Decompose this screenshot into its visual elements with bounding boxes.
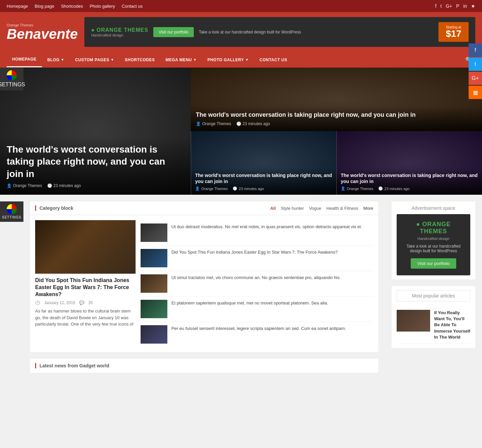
custom-pages-dropdown-arrow: ▼ [110,58,114,62]
hero-main-overlay: The world's worst conversation is taking… [0,137,191,195]
top-nav-photo-gallery[interactable]: Photo gallery [90,4,115,9]
list-item[interactable]: Et platonem sapientem qualisque mel, mei… [141,296,373,322]
googleplus-social-button[interactable]: G+ [469,72,482,85]
featured-comments-icon: 💬 [79,300,84,305]
tab-health-fitness[interactable]: Health & Fitness [326,206,358,211]
hero-bottom-1-title: The world's worst conversation is taking… [195,172,332,184]
list-item[interactable]: Per eu fuisset senserit interesset, lege… [141,322,373,347]
article-text-2: Did You Spot This Fun Indiana Jones East… [171,249,338,267]
photo-gallery-dropdown-arrow: ▼ [245,58,249,62]
article-thumb-5 [141,325,167,344]
nav-shortcodes[interactable]: SHORTCODES [119,53,160,67]
top-nav-contact-us[interactable]: Contact us [122,4,143,9]
nav-mega-menu[interactable]: MEGA MENU ▼ [160,53,202,67]
banner-visit-portfolio-button[interactable]: Visit our portfolio [153,27,194,37]
article-thumb-1 [141,223,167,242]
article-thumb-3 [141,274,167,293]
nav-blog[interactable]: BLOG ▼ [42,53,70,67]
featured-article-meta: 🕐 January 12, 2015 💬 35 [35,300,136,305]
sidebar: Advertisement space ● ORANGE THEMES Hand… [385,195,482,379]
settings-icon-2 [7,204,17,214]
main-content: Category block All Style hunter Vogue He… [23,195,385,379]
linkedin-icon[interactable]: in [463,3,467,9]
featured-excerpt: As far as hammer blows to the cultural b… [35,308,136,328]
logo-title[interactable]: Benavente [7,27,78,41]
hero-bottom-1-time: 🕐 23 minutes ago [233,186,264,191]
popular-title-1: If You Really Want To, You'll Be Able To… [434,310,470,340]
nav-contact-us[interactable]: CONTACT US [254,53,293,67]
category-block-header: Category block All Style hunter Vogue He… [30,201,378,215]
nav-custom-pages[interactable]: CUSTOM PAGES ▼ [70,53,119,67]
twitter-icon[interactable]: t [440,3,442,9]
top-nav-blog[interactable]: Blog page [35,4,55,9]
rss-icon[interactable]: ★ [471,3,475,9]
googleplus-icon[interactable]: G+ [446,3,452,9]
category-tabs: All Style hunter Vogue Health & Fitness … [270,206,373,211]
logo-subtitle: Orange Themes [7,23,78,27]
hero-main-article[interactable]: The world's worst conversation is taking… [0,68,191,195]
featured-date: January 12, 2015 [44,300,75,305]
social-sidebar: f t G+ ▩ [469,43,482,99]
pinterest-icon[interactable]: P [456,3,459,9]
hero-bottom-1-meta: 👤 Orange Themes 🕐 23 minutes ago [195,186,332,191]
most-popular-title: Most popular articles [397,290,470,301]
hero-main-time: 🕐 23 minutes ago [47,183,81,188]
top-nav-homepage[interactable]: Homepage [7,4,28,9]
hero-bottom-2-time: 🕐 23 minutes ago [378,186,409,191]
latest-news-block: Latest news from Gadget world [30,359,378,373]
hero-top-time: 🕐 23 minutes ago [236,121,270,126]
hero-section: SETTINGS The world's worst conversation … [0,68,482,195]
article-text-5: Per eu fuisset senserit interesset, lege… [171,325,346,344]
featured-article[interactable]: Did You Spot This Fun Indiana Jones East… [35,220,136,347]
site-header: Orange Themes Benavente ● ORANGE THEMES … [0,12,482,52]
hero-bottom-article-1[interactable]: The world's worst conversation is taking… [191,131,336,195]
tab-all[interactable]: All [270,206,276,211]
top-nav-social-icons: f t G+ P in ★ [435,3,475,9]
hero-top-meta: 👤 Orange Themes 🕐 23 minutes ago [196,121,477,126]
top-nav-shortcodes[interactable]: Shortcodes [61,4,83,9]
banner-logo-title: ● ORANGE THEMES [91,27,148,33]
hero-top-article[interactable]: The world's worst conversation is taking… [191,68,482,131]
list-item[interactable]: Did You Spot This Fun Indiana Jones East… [141,246,373,271]
popular-thumb-1 [397,310,430,332]
ad-banner-subtitle: Handcrafted design [403,237,464,241]
list-item[interactable]: Ut simul tractatos mel, vis choro commun… [141,271,373,296]
most-popular-block: Most popular articles If You Really Want… [392,286,475,348]
facebook-social-button[interactable]: f [469,43,482,57]
article-thumb-2 [141,249,167,267]
ad-space-title: Advertisement space [397,205,470,211]
popular-item[interactable]: If You Really Want To, You'll Be Able To… [397,306,470,344]
nav-photo-gallery[interactable]: PHOTO GALLERY ▼ [202,53,254,67]
tab-more-dropdown[interactable]: More [363,206,373,211]
rss-social-button[interactable]: ▩ [469,86,482,99]
hero-bottom-article-2[interactable]: The world's worst conversation is taking… [336,131,482,195]
advertisement-space: Advertisement space ● ORANGE THEMES Hand… [392,201,475,279]
blog-dropdown-arrow: ▼ [61,58,64,62]
tab-style-hunter[interactable]: Style hunter [281,206,304,211]
nav-homepage[interactable]: HOMEPAGE [7,52,42,67]
hero-bottom-1-author: 👤 Orange Themes [195,186,228,191]
ad-banner: ● ORANGE THEMES Handcrafted design Take … [397,214,470,275]
category-block: Category block All Style hunter Vogue He… [30,201,378,352]
settings-label-2: SETTINGS [2,215,21,219]
category-block-title: Category block [35,205,73,211]
content-area: SETTINGS Category block All Style hunter… [0,195,482,379]
hero-main-author: 👤 Orange Themes [7,183,42,188]
tab-vogue[interactable]: Vogue [309,206,321,211]
hero-bottom-2-author: 👤 Orange Themes [341,186,373,191]
featured-article-title[interactable]: Did You Spot This Fun Indiana Jones East… [35,277,136,298]
facebook-icon[interactable]: f [435,3,436,9]
banner-description: Take a look at our handcrafted design bu… [199,30,433,34]
twitter-social-button[interactable]: t [469,58,482,71]
ad-visit-portfolio-button[interactable]: Visit our portfolio [411,258,457,269]
header-banner: ● ORANGE THEMES Handcrafted design Visit… [84,17,475,47]
logo-area: Orange Themes Benavente [7,23,78,41]
article-text-4: Et platonem sapientem qualisque mel, mei… [171,300,328,318]
banner-logo-subtitle: Handcrafted design [91,33,123,37]
settings-button[interactable]: SETTINGS [0,68,23,90]
featured-article-image [35,220,136,274]
settings-button-2[interactable]: SETTINGS [0,201,23,222]
banner-logo: ● ORANGE THEMES Handcrafted design [91,27,148,37]
mega-menu-dropdown-arrow: ▼ [193,58,196,62]
list-item[interactable]: Ut duo detraxit moderatius. No mel erat … [141,220,373,246]
